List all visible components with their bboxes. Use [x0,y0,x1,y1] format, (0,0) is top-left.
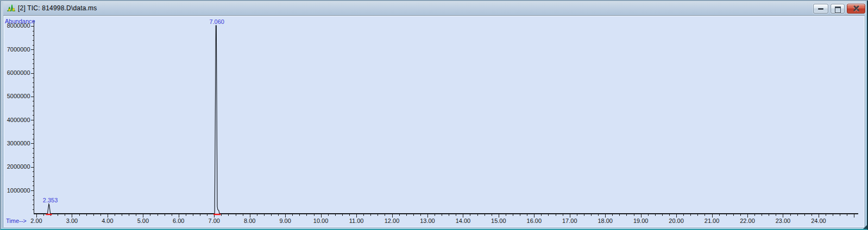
x-axis-caption: Time--> [6,218,27,224]
tic-window: [2] TIC: 814998.D\data.ms 10000002000000… [0,0,868,230]
close-icon [847,4,865,13]
integration-mark [213,214,221,215]
x-tick-label: 15.00 [491,218,506,224]
maximize-icon [835,7,841,13]
x-tick-label: 7.00 [209,218,220,224]
x-tick-label: 19.00 [633,218,649,224]
chromatogram-plot[interactable]: 1000000200000030000004000000500000060000… [4,16,864,227]
x-tick-label: 18.00 [597,218,613,224]
x-tick-label: 14.00 [456,218,471,224]
close-button[interactable] [847,4,865,14]
x-tick-label: 11.00 [349,218,364,224]
y-tick-label: 3000000 [7,140,30,146]
x-tick-label: 23.00 [776,218,791,224]
window-title: [2] TIC: 814998.D\data.ms [18,4,97,12]
resize-grip[interactable] [863,225,867,229]
x-tick-label: 16.00 [527,218,542,224]
x-tick-label: 17.00 [562,218,577,224]
y-tick-label: 4000000 [7,117,30,123]
x-tick-label: 22.00 [740,218,755,224]
y-axis-caption: Abundance [5,18,35,24]
peak-label: 7.060 [209,18,224,25]
x-tick-label: 4.00 [102,218,113,224]
y-tick-label: 7000000 [7,46,30,53]
minimize-button[interactable] [813,4,828,14]
x-tick-label: 13.00 [420,218,435,224]
integration-mark [46,214,52,215]
x-tick-label: 2.00 [30,218,42,224]
x-tick-label: 9.00 [279,218,291,224]
peak-label: 2.353 [43,197,58,203]
x-tick-label: 8.00 [244,218,255,224]
x-tick-label: 10.00 [313,218,329,224]
y-tick-label: 5000000 [7,93,30,99]
title-bar[interactable]: [2] TIC: 814998.D\data.ms [3,2,865,16]
x-tick-label: 24.00 [811,218,826,224]
y-tick-label: 2000000 [7,163,30,170]
x-tick-label: 12.00 [385,218,400,224]
maximize-button[interactable] [831,4,845,14]
tic-trace [34,25,858,213]
chromatogram-icon [7,4,16,13]
minimize-icon [818,8,823,10]
chromatogram-panel: 1000000200000030000004000000500000060000… [4,16,864,227]
y-tick-label: 1000000 [7,187,30,194]
y-tick-label: 6000000 [7,69,30,76]
x-tick-label: 21.00 [705,218,720,224]
x-tick-label: 3.00 [66,218,78,224]
x-tick-label: 20.00 [669,218,684,224]
x-tick-label: 6.00 [173,218,184,224]
x-tick-label: 5.00 [137,218,149,224]
